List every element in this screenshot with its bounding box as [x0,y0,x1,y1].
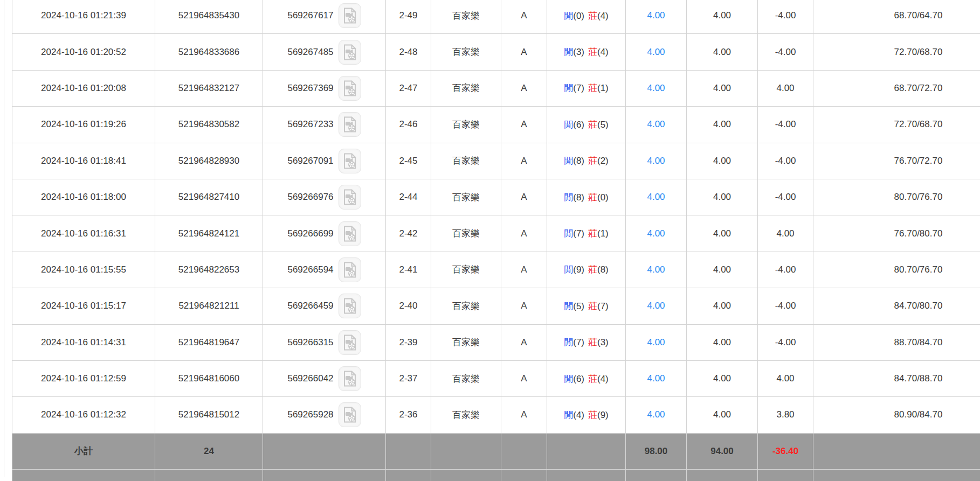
bet-time-cell: 2024-10-16 01:12:32 [12,397,155,433]
player-result-score: (8) [573,192,584,203]
balance-cell: 68.70/64.70 [813,0,980,34]
result-cell: 閒(8)莊(0) [547,179,626,215]
win-loss-cell: -4.00 [758,179,813,215]
bet-time-cell: 2024-10-16 01:15:55 [12,252,155,288]
valid-bet-cell: 4.00 [687,0,758,34]
video-replay-button[interactable] [339,366,361,391]
game-type-cell: 百家樂 [431,324,501,360]
subtotal-valid-total: 94.00 [687,433,758,469]
round-cell: 2-46 [386,107,431,143]
game-id-group: 569266594 [287,257,361,282]
game-type-cell: 百家樂 [431,397,501,433]
bet-record-row: 2024-10-16 01:18:41 521964828930 5692670… [12,143,980,179]
game-id-text: 569266459 [287,301,333,311]
round-cell: 2-36 [386,397,431,433]
win-loss-cell: -4.00 [758,107,813,143]
game-id-group: 569267617 [287,3,361,28]
subtotal-win-loss-total: -36.40 [758,433,813,469]
footer-empty-cell [263,470,386,481]
bet-amount-link[interactable]: 4.00 [647,373,665,384]
table-name-cell: A [501,215,547,252]
player-result-label: 閒 [564,120,573,130]
round-cell: 2-41 [386,252,431,288]
video-replay-button[interactable] [339,76,361,101]
bet-id-cell: 521964832127 [155,70,263,106]
bet-amount-link[interactable]: 4.00 [647,409,665,420]
valid-bet-cell: 4.00 [687,397,758,433]
footer-empty-cell [431,433,501,469]
game-id-text: 569267369 [287,83,333,94]
bet-id-cell: 521964824121 [155,215,263,252]
game-id-cell: 569267233 [263,107,386,143]
game-id-text: 569267617 [287,10,333,21]
balance-cell: 88.70/84.70 [813,324,980,360]
video-replay-button[interactable] [339,257,361,282]
footer-empty-cell [813,470,980,481]
subtotal-count: 24 [155,433,263,469]
banker-result-label: 莊 [588,410,597,420]
game-id-text: 569267233 [287,119,333,130]
game-type-cell: 百家樂 [431,70,501,106]
bet-time-cell: 2024-10-16 01:16:31 [12,215,155,252]
bet-id-cell: 521964816060 [155,360,263,396]
footer-empty-cell [431,470,501,481]
win-loss-cell: 4.00 [758,70,813,106]
bet-amount-link[interactable]: 4.00 [647,83,665,93]
player-result-score: (5) [573,301,584,311]
bet-amount-link[interactable]: 4.00 [647,264,665,275]
player-result-label: 閒 [564,264,573,275]
player-result-score: (7) [573,83,584,93]
game-id-cell: 569266699 [263,215,386,252]
bet-amount-cell: 4.00 [626,324,687,360]
banker-result-score: (4) [597,374,609,384]
game-id-group: 569265928 [287,402,361,427]
bet-amount-link[interactable]: 4.00 [647,47,665,57]
bet-amount-link[interactable]: 4.00 [647,119,665,129]
banker-result-score: (1) [597,228,609,239]
bet-id-cell: 521964819647 [155,324,263,360]
bet-amount-link[interactable]: 4.00 [647,337,665,347]
table-name-cell: A [501,143,547,179]
balance-cell: 68.70/72.70 [813,70,980,106]
valid-bet-cell: 4.00 [687,179,758,215]
bet-amount-link[interactable]: 4.00 [647,192,665,202]
bet-record-row: 2024-10-16 01:15:55 521964822653 5692665… [12,252,980,288]
balance-cell: 72.70/68.70 [813,107,980,143]
balance-cell: 80.70/76.70 [813,252,980,288]
player-result-label: 閒 [564,374,573,384]
bet-amount-link[interactable]: 4.00 [647,10,665,20]
video-replay-button[interactable] [339,40,361,65]
video-replay-button[interactable] [339,221,361,246]
player-result-label: 閒 [564,228,573,239]
video-file-icon [343,8,357,24]
win-loss-cell: -4.00 [758,252,813,288]
win-loss-cell: -4.00 [758,0,813,34]
video-file-icon [343,189,357,205]
video-replay-button[interactable] [339,185,361,210]
video-replay-button[interactable] [339,3,361,28]
result-cell: 閒(5)莊(7) [547,288,626,324]
banker-result-label: 莊 [588,192,597,203]
video-replay-button[interactable] [339,149,361,173]
game-id-text: 569266699 [287,228,333,239]
video-replay-button[interactable] [339,112,361,137]
table-name-cell: A [501,360,547,396]
result-cell: 閒(3)莊(4) [547,34,626,70]
video-file-icon [343,371,357,387]
round-cell: 2-39 [386,324,431,360]
game-id-group: 569266042 [287,366,361,391]
banker-result-score: (7) [597,301,609,311]
bet-amount-link[interactable]: 4.00 [647,156,665,166]
video-replay-button[interactable] [339,294,361,318]
banker-result-score: (1) [597,83,609,93]
game-id-text: 569266315 [287,337,333,348]
game-id-text: 569267091 [287,156,333,166]
bet-amount-link[interactable]: 4.00 [647,228,665,239]
game-id-cell: 569266594 [263,252,386,288]
bet-amount-link[interactable]: 4.00 [647,301,665,311]
bet-record-row: 2024-10-16 01:20:52 521964833686 5692674… [12,34,980,70]
game-id-group: 569266315 [287,330,361,355]
win-loss-cell: 4.00 [758,360,813,396]
video-replay-button[interactable] [339,402,361,427]
video-replay-button[interactable] [339,330,361,355]
